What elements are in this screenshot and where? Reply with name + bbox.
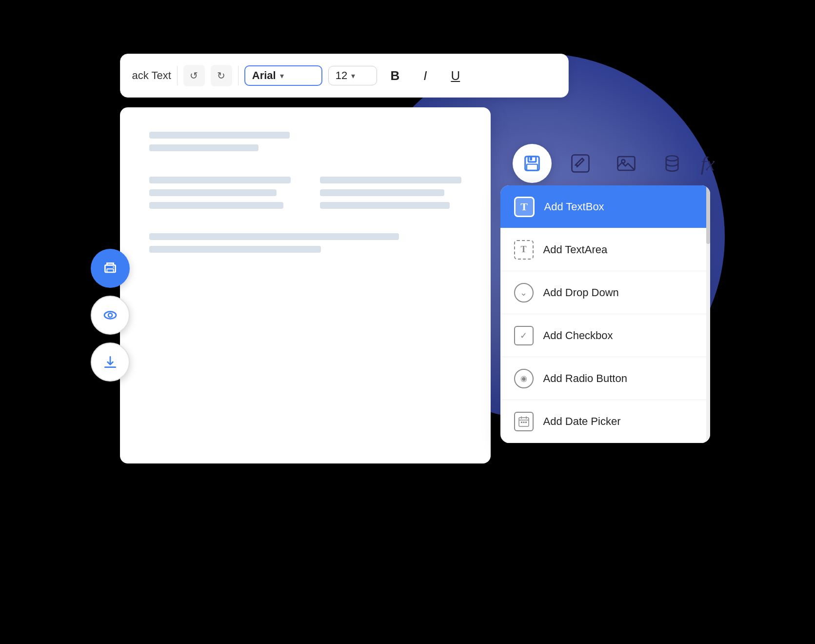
underline-label: U: [451, 68, 460, 83]
underline-button[interactable]: U: [443, 63, 468, 88]
image-button[interactable]: [609, 146, 643, 181]
text-lines-group-1: [149, 132, 461, 157]
toolbar-divider: [177, 66, 178, 85]
text-line: [320, 177, 461, 183]
menu-item-add-datepicker[interactable]: Add Date Picker: [500, 400, 710, 443]
top-right-icons: fx: [513, 144, 715, 183]
menu-item-add-textbox[interactable]: T Add TextBox: [500, 185, 710, 228]
text-line: [320, 202, 450, 209]
text-line: [149, 233, 399, 240]
svg-rect-7: [527, 164, 537, 171]
checkbox-icon: ✓: [514, 326, 534, 345]
print-button[interactable]: [91, 249, 130, 288]
text-line: [149, 132, 290, 139]
text-col-right: [320, 177, 461, 209]
textbox-icon: T: [514, 197, 535, 217]
datepicker-icon: [514, 412, 534, 431]
download-icon: [102, 354, 118, 370]
font-name-label: Arial: [252, 69, 276, 82]
download-button[interactable]: [91, 342, 130, 382]
toolbar-text-label: ack Text: [132, 69, 171, 82]
svg-rect-1: [107, 269, 113, 272]
database-button[interactable]: [655, 146, 689, 181]
image-icon: [616, 153, 636, 174]
toolbar: ack Text ↺ ↻ Arial ▾ 12 ▾ B I U: [120, 54, 569, 98]
font-size-select[interactable]: 12 ▾: [328, 66, 377, 85]
text-line: [320, 189, 444, 196]
printer-icon: [102, 261, 118, 276]
menu-item-add-textarea[interactable]: T Add TextArea: [500, 228, 710, 271]
menu-item-add-radio[interactable]: ◉ Add Radio Button: [500, 357, 710, 400]
menu-item-add-checkbox[interactable]: ✓ Add Checkbox: [500, 314, 710, 357]
menu-label-textarea: Add TextArea: [543, 243, 608, 256]
menu-label-checkbox: Add Checkbox: [543, 329, 613, 342]
dropdown-menu: T Add TextBox T Add TextArea ⌄ Add Drop …: [500, 185, 710, 443]
text-line: [149, 246, 321, 253]
font-family-select[interactable]: Arial ▾: [244, 65, 322, 86]
menu-scrollbar[interactable]: [706, 185, 710, 443]
radio-icon: ◉: [514, 369, 534, 388]
text-line: [149, 202, 284, 209]
text-lines-group-3: [149, 233, 461, 259]
menu-scrollbar-thumb: [706, 185, 710, 244]
view-button[interactable]: [91, 296, 130, 335]
svg-rect-15: [523, 422, 524, 423]
bold-button[interactable]: B: [383, 63, 407, 88]
menu-label-textbox: Add TextBox: [544, 201, 604, 213]
menu-label-dropdown: Add Drop Down: [543, 286, 619, 299]
text-line: [149, 189, 277, 196]
bold-label: B: [390, 68, 399, 83]
italic-button[interactable]: I: [413, 63, 437, 88]
text-line: [149, 144, 258, 151]
edit-button[interactable]: [563, 146, 597, 181]
svg-point-2: [113, 266, 114, 268]
text-col-left: [149, 177, 291, 209]
svg-rect-8: [530, 157, 532, 161]
fx-label[interactable]: fx: [701, 152, 715, 175]
calendar-icon: [518, 416, 530, 427]
menu-label-datepicker: Add Date Picker: [543, 415, 621, 428]
svg-point-4: [108, 313, 112, 317]
text-line: [149, 177, 291, 183]
save-icon: [523, 154, 541, 173]
save-button[interactable]: [513, 144, 552, 183]
menu-item-add-dropdown[interactable]: ⌄ Add Drop Down: [500, 271, 710, 314]
left-sidebar: [91, 249, 130, 382]
eye-icon: [102, 307, 118, 323]
redo-button[interactable]: ↻: [211, 65, 232, 86]
svg-rect-16: [525, 422, 527, 423]
toolbar-divider-2: [238, 66, 239, 85]
size-arrow-icon: ▾: [351, 71, 355, 80]
svg-point-12: [666, 156, 678, 161]
database-icon: [662, 153, 682, 174]
text-cols-group: [149, 177, 461, 209]
font-arrow-icon: ▾: [280, 71, 284, 80]
dropdown-icon: ⌄: [514, 283, 534, 302]
document-canvas: [120, 107, 491, 463]
textarea-icon: T: [514, 240, 534, 260]
undo-button[interactable]: ↺: [183, 65, 205, 86]
menu-label-radio: Add Radio Button: [543, 372, 627, 385]
italic-label: I: [423, 68, 427, 83]
svg-rect-14: [521, 422, 522, 423]
font-size-label: 12: [336, 69, 347, 82]
edit-icon: [570, 153, 591, 174]
